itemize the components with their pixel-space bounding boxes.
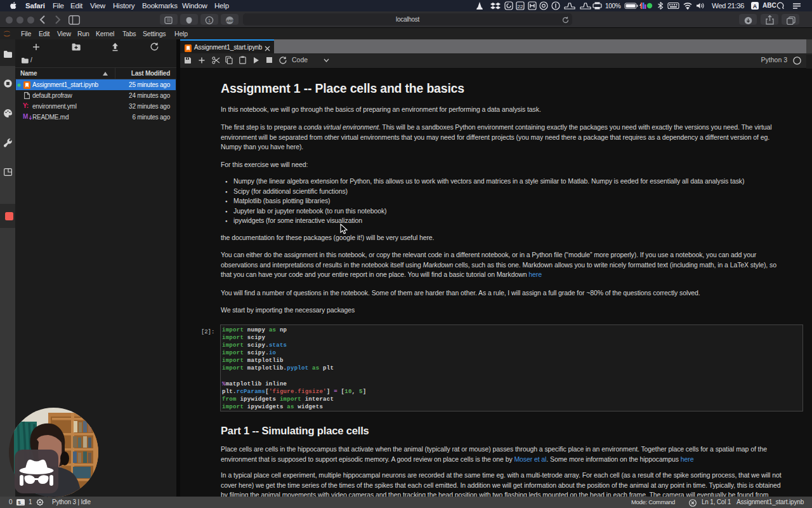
svg-text:100%: 100% bbox=[605, 3, 621, 10]
svg-text:A: A bbox=[753, 3, 757, 10]
svg-text:1: 1 bbox=[208, 18, 211, 23]
svg-text:$_: $_ bbox=[18, 500, 24, 505]
svg-text:22: 22 bbox=[518, 4, 523, 10]
svg-text:ABP: ABP bbox=[226, 19, 233, 23]
